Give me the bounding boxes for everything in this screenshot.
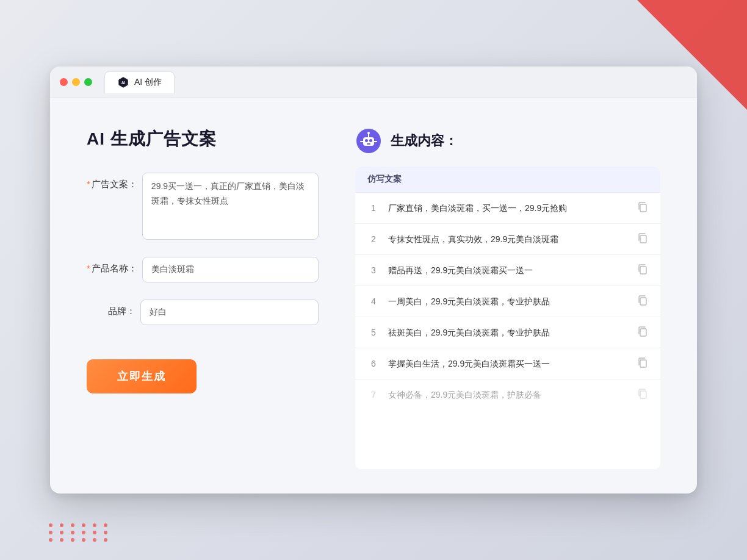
required-star-1: * [87, 179, 90, 189]
copy-icon[interactable] [637, 232, 648, 246]
row-number: 1 [367, 203, 380, 213]
minimize-button[interactable] [72, 78, 80, 86]
svg-rect-14 [640, 329, 646, 336]
svg-point-7 [367, 132, 370, 134]
content-area: AI 生成广告文案 *广告文案： *产品名称： 品牌： 立 [50, 98, 697, 494]
ai-tab-icon: AI [117, 76, 129, 88]
row-text: 掌握美白生活，29.9元美白淡斑霜买一送一 [388, 357, 629, 370]
svg-rect-13 [640, 298, 646, 305]
brand-input[interactable] [140, 300, 319, 325]
row-text: 赠品再送，29.9元美白淡斑霜买一送一 [388, 264, 629, 277]
svg-rect-3 [365, 139, 368, 142]
tab-label: AI 创作 [134, 77, 162, 88]
svg-rect-4 [369, 139, 372, 142]
close-button[interactable] [60, 78, 68, 86]
maximize-button[interactable] [84, 78, 92, 86]
generate-button[interactable]: 立即生成 [87, 359, 197, 393]
copy-icon[interactable] [637, 201, 648, 215]
row-number: 4 [367, 296, 380, 306]
row-number: 3 [367, 265, 380, 275]
brand-label: 品牌： [87, 300, 135, 317]
left-panel: AI 生成广告文案 *广告文案： *产品名称： 品牌： 立 [87, 127, 319, 469]
row-text: 祛斑美白，29.9元美白淡斑霜，专业护肤品 [388, 326, 629, 339]
copy-icon[interactable] [637, 264, 648, 277]
row-text: 厂家直销，美白淡斑霜，买一送一，29.9元抢购 [388, 202, 629, 215]
row-number: 6 [367, 359, 380, 368]
table-row[interactable]: 2专抹女性斑点，真实功效，29.9元美白淡斑霜 [355, 224, 660, 255]
product-name-group: *产品名称： [87, 257, 319, 282]
svg-rect-16 [640, 391, 646, 398]
robot-icon [355, 127, 382, 154]
right-panel: 生成内容： 仿写文案 1厂家直销，美白淡斑霜，买一送一，29.9元抢购 2专抹女… [355, 127, 660, 469]
brand-group: 品牌： [87, 300, 319, 325]
tab-ai-creation[interactable]: AI AI 创作 [104, 71, 175, 93]
table-row[interactable]: 4一周美白，29.9元美白淡斑霜，专业护肤品 [355, 286, 660, 317]
results-table: 仿写文案 1厂家直销，美白淡斑霜，买一送一，29.9元抢购 2专抹女性斑点，真实… [355, 167, 660, 469]
svg-text:AI: AI [121, 81, 126, 85]
table-row[interactable]: 3赠品再送，29.9元美白淡斑霜买一送一 [355, 255, 660, 286]
copy-icon[interactable] [637, 388, 648, 401]
product-name-input[interactable] [142, 257, 319, 282]
row-text: 一周美白，29.9元美白淡斑霜，专业护肤品 [388, 295, 629, 308]
svg-rect-15 [640, 360, 646, 367]
row-text: 女神必备，29.9元美白淡斑霜，护肤必备 [388, 389, 629, 401]
table-row[interactable]: 1厂家直销，美白淡斑霜，买一送一，29.9元抢购 [355, 193, 660, 224]
title-bar: AI AI 创作 [50, 66, 697, 98]
copy-icon[interactable] [637, 326, 648, 339]
decorative-triangle [637, 0, 747, 110]
right-title: 生成内容： [391, 132, 458, 150]
product-name-label: *产品名称： [87, 257, 137, 275]
row-number: 2 [367, 234, 380, 244]
svg-rect-12 [640, 267, 646, 274]
row-number: 5 [367, 328, 380, 337]
table-row[interactable]: 6掌握美白生活，29.9元美白淡斑霜买一送一 [355, 348, 660, 379]
results-rows: 1厂家直销，美白淡斑霜，买一送一，29.9元抢购 2专抹女性斑点，真实功效，29… [355, 193, 660, 410]
ad-copy-group: *广告文案： [87, 173, 319, 240]
ad-copy-label: *广告文案： [87, 173, 137, 190]
table-header: 仿写文案 [355, 167, 660, 193]
ad-copy-input[interactable] [142, 173, 319, 240]
row-number: 7 [367, 390, 380, 400]
table-row[interactable]: 7女神必备，29.9元美白淡斑霜，护肤必备 [355, 379, 660, 410]
required-star-2: * [87, 263, 90, 273]
page-title: AI 生成广告文案 [87, 127, 319, 151]
svg-rect-10 [640, 204, 646, 212]
decorative-dots [49, 523, 111, 542]
right-header: 生成内容： [355, 127, 660, 154]
copy-icon[interactable] [637, 357, 648, 370]
copy-icon[interactable] [637, 295, 648, 308]
traffic-lights [60, 78, 92, 86]
table-row[interactable]: 5祛斑美白，29.9元美白淡斑霜，专业护肤品 [355, 317, 660, 348]
browser-window: AI AI 创作 AI 生成广告文案 *广告文案： *产品名称： [50, 66, 697, 494]
svg-rect-11 [640, 235, 646, 243]
row-text: 专抹女性斑点，真实功效，29.9元美白淡斑霜 [388, 233, 629, 246]
svg-rect-5 [367, 143, 370, 145]
